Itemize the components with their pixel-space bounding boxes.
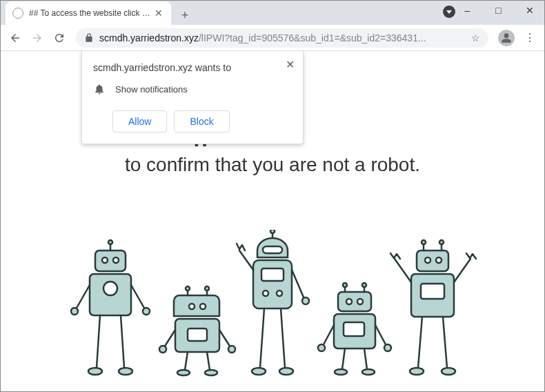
svg-point-68 <box>439 240 444 244</box>
svg-point-2 <box>113 257 119 263</box>
svg-point-16 <box>200 304 206 309</box>
window-maximize-button[interactable]: □ <box>483 0 514 21</box>
svg-line-11 <box>97 315 100 368</box>
browser-menu-button[interactable]: ⋮ <box>520 28 539 48</box>
svg-point-37 <box>277 291 282 296</box>
permission-request-text: Show notifications <box>115 84 188 95</box>
svg-point-1 <box>102 257 108 263</box>
tab-close-button[interactable]: ✕ <box>153 8 164 19</box>
svg-line-72 <box>454 259 470 282</box>
url-domain: scmdh.yarriedstron.xyz <box>99 32 199 43</box>
bookmark-star-button[interactable]: ☆ <box>466 32 480 43</box>
arrow-right-icon <box>31 32 43 44</box>
svg-point-28 <box>177 370 190 375</box>
svg-point-4 <box>108 240 112 244</box>
permission-close-button[interactable]: ✕ <box>286 58 295 71</box>
svg-point-42 <box>252 368 266 375</box>
svg-point-15 <box>189 304 195 309</box>
svg-point-47 <box>357 299 363 304</box>
svg-point-51 <box>362 283 366 287</box>
svg-point-49 <box>343 283 347 287</box>
window-close-button[interactable]: ✕ <box>514 0 545 21</box>
svg-rect-34 <box>253 260 292 308</box>
profile-button[interactable] <box>498 30 515 46</box>
svg-point-61 <box>362 369 375 375</box>
bell-icon <box>93 83 106 95</box>
svg-line-58 <box>342 349 345 369</box>
browser-toolbar: scmdh.yarriedstron.xyz /lIPWI?tag_id=905… <box>0 25 545 51</box>
svg-point-66 <box>422 240 426 244</box>
svg-point-33 <box>270 230 275 233</box>
svg-line-23 <box>164 330 175 347</box>
svg-point-6 <box>103 282 117 295</box>
svg-line-71 <box>395 259 411 282</box>
robots-illustration <box>59 230 486 382</box>
address-bar[interactable]: scmdh.yarriedstron.xyz /lIPWI?tag_id=905… <box>76 28 488 48</box>
svg-point-24 <box>159 346 166 353</box>
reload-icon <box>53 32 66 44</box>
svg-rect-45 <box>338 292 371 311</box>
tab-favicon-icon <box>12 8 23 19</box>
notification-permission-prompt: ✕ scmdh.yarriedstron.xyz wants to Show n… <box>81 51 304 144</box>
svg-line-75 <box>443 317 447 368</box>
svg-point-10 <box>143 308 150 315</box>
svg-line-9 <box>131 285 145 309</box>
svg-line-41 <box>260 308 264 368</box>
svg-line-39 <box>292 270 304 299</box>
svg-rect-62 <box>417 251 448 271</box>
svg-point-76 <box>442 368 455 375</box>
reload-button[interactable] <box>50 28 69 48</box>
svg-point-30 <box>205 370 217 375</box>
svg-rect-70 <box>421 284 444 299</box>
back-button[interactable] <box>6 28 25 48</box>
window-minimize-button[interactable]: – <box>452 0 483 21</box>
svg-line-73 <box>418 317 422 368</box>
svg-line-7 <box>76 285 90 309</box>
svg-line-38 <box>239 251 253 270</box>
svg-point-12 <box>88 368 102 375</box>
svg-rect-35 <box>261 268 284 281</box>
svg-rect-22 <box>188 329 207 341</box>
svg-point-40 <box>302 297 309 304</box>
page-subheading: to confirm that you are not a robot. <box>0 154 545 176</box>
svg-line-13 <box>121 315 124 368</box>
page-content: Click "Allow"w" to confirm that you are … <box>0 51 545 392</box>
svg-point-57 <box>384 344 391 351</box>
svg-rect-31 <box>263 246 282 253</box>
svg-point-36 <box>263 291 268 296</box>
svg-point-44 <box>279 368 293 375</box>
svg-line-56 <box>375 325 386 346</box>
url-path: /lIPWI?tag_id=905576&sub_id1=&sub_id2=33… <box>199 32 426 43</box>
new-tab-button[interactable]: + <box>175 6 195 25</box>
permission-origin-text: scmdh.yarriedstron.xyz wants to <box>93 62 292 73</box>
svg-point-74 <box>410 368 424 375</box>
svg-point-46 <box>346 299 352 304</box>
svg-point-59 <box>335 369 347 375</box>
arrow-left-icon <box>9 32 21 44</box>
svg-point-63 <box>425 257 430 263</box>
svg-rect-0 <box>95 251 126 271</box>
permission-block-button[interactable]: Block <box>174 110 229 133</box>
permission-allow-button[interactable]: Allow <box>112 110 167 133</box>
svg-line-43 <box>281 308 285 368</box>
svg-rect-53 <box>344 322 364 336</box>
svg-line-54 <box>323 325 334 346</box>
svg-point-8 <box>71 308 78 315</box>
svg-point-20 <box>205 286 209 291</box>
tab-title: ## To access the website click the <box>29 8 150 18</box>
svg-line-27 <box>185 352 188 370</box>
svg-line-25 <box>219 330 230 347</box>
svg-line-60 <box>364 349 367 369</box>
lock-icon <box>84 33 94 43</box>
svg-point-18 <box>186 286 190 291</box>
svg-point-55 <box>318 344 325 351</box>
forward-button[interactable] <box>28 28 47 48</box>
person-icon <box>501 32 512 43</box>
svg-point-64 <box>436 257 442 263</box>
svg-point-26 <box>228 346 235 353</box>
svg-point-14 <box>119 368 132 375</box>
browser-tab[interactable]: ## To access the website click the ✕ <box>6 1 171 25</box>
svg-line-29 <box>207 352 210 370</box>
